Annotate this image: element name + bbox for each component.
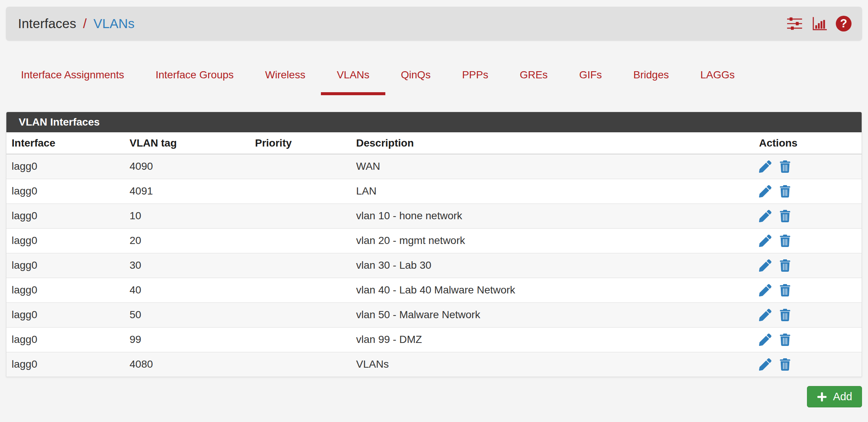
column-header-priority: Priority (250, 132, 351, 154)
cell-actions (754, 204, 862, 228)
delete-vlan-button[interactable] (779, 284, 791, 296)
table-row: lagg0 20 vlan 20 - mgmt network (6, 228, 862, 253)
cell-priority (250, 253, 351, 278)
delete-vlan-button[interactable] (779, 259, 791, 272)
cell-interface: lagg0 (6, 327, 124, 352)
column-header-actions: Actions (754, 132, 862, 154)
help-icon[interactable]: ? (836, 16, 852, 31)
cell-vlan-tag: 4090 (124, 154, 250, 179)
tab-bridges[interactable]: Bridges (617, 69, 685, 92)
breadcrumb-current-page[interactable]: VLANs (94, 16, 135, 31)
cell-description: vlan 50 - Malware Network (351, 302, 754, 327)
cell-vlan-tag: 50 (124, 302, 250, 327)
add-button-label: Add (833, 391, 852, 403)
cell-priority (250, 154, 351, 179)
pencil-icon (759, 334, 771, 346)
pencil-icon (759, 284, 771, 296)
pencil-icon (759, 259, 771, 272)
tab-wireless[interactable]: Wireless (249, 69, 321, 92)
edit-vlan-button[interactable] (759, 259, 771, 272)
column-header-vlan-tag: VLAN tag (124, 132, 250, 154)
table-row: lagg0 4080 VLANs (6, 352, 862, 377)
cell-description: vlan 40 - Lab 40 Malware Network (351, 278, 754, 302)
edit-vlan-button[interactable] (759, 235, 771, 247)
sliders-icon[interactable] (786, 16, 803, 31)
cell-description: vlan 20 - mgmt network (351, 228, 754, 253)
breadcrumb-section: Interfaces (18, 16, 76, 31)
cell-priority (250, 179, 351, 204)
cell-interface: lagg0 (6, 154, 124, 179)
edit-vlan-button[interactable] (759, 358, 771, 371)
pencil-icon (759, 235, 771, 247)
tab-interface-groups[interactable]: Interface Groups (140, 69, 249, 92)
cell-interface: lagg0 (6, 179, 124, 204)
table-row: lagg0 40 vlan 40 - Lab 40 Malware Networ… (6, 278, 862, 302)
tab-gifs[interactable]: GIFs (564, 69, 618, 92)
delete-vlan-button[interactable] (779, 185, 791, 198)
tab-vlans[interactable]: VLANs (321, 69, 385, 95)
table-actions: Add (6, 386, 862, 407)
trash-icon (779, 259, 791, 272)
edit-vlan-button[interactable] (759, 334, 771, 346)
column-header-interface: Interface (6, 132, 124, 154)
delete-vlan-button[interactable] (779, 309, 791, 321)
delete-vlan-button[interactable] (779, 358, 791, 371)
pencil-icon (759, 185, 771, 198)
pencil-icon (759, 309, 771, 321)
edit-vlan-button[interactable] (759, 309, 771, 321)
cell-description: vlan 10 - hone network (351, 204, 754, 228)
pencil-icon (759, 210, 771, 222)
cell-priority (250, 302, 351, 327)
edit-vlan-button[interactable] (759, 160, 771, 173)
tab-ppps[interactable]: PPPs (446, 69, 504, 92)
delete-vlan-button[interactable] (779, 334, 791, 346)
trash-icon (779, 284, 791, 296)
trash-icon (779, 160, 791, 173)
cell-actions (754, 154, 862, 179)
cell-description: VLANs (351, 352, 754, 377)
edit-vlan-button[interactable] (759, 284, 771, 296)
table-row: lagg0 10 vlan 10 - hone network (6, 204, 862, 228)
table-row: lagg0 99 vlan 99 - DMZ (6, 327, 862, 352)
breadcrumb-bar: Interfaces / VLANs ? (6, 7, 862, 40)
cell-actions (754, 179, 862, 204)
cell-priority (250, 204, 351, 228)
vlan-table: Interface VLAN tag Priority Description … (6, 132, 862, 377)
tab-interface-assignments[interactable]: Interface Assignments (5, 69, 140, 92)
cell-actions (754, 278, 862, 302)
column-header-description: Description (351, 132, 754, 154)
chart-bar-icon[interactable] (811, 16, 828, 31)
trash-icon (779, 334, 791, 346)
trash-icon (779, 185, 791, 198)
cell-actions (754, 327, 862, 352)
trash-icon (779, 235, 791, 247)
table-row: lagg0 30 vlan 30 - Lab 30 (6, 253, 862, 278)
cell-priority (250, 278, 351, 302)
tab-qinqs[interactable]: QinQs (385, 69, 446, 92)
edit-vlan-button[interactable] (759, 185, 771, 198)
page: Interfaces / VLANs ? Interface Assignmen… (0, 7, 868, 422)
edit-vlan-button[interactable] (759, 210, 771, 222)
delete-vlan-button[interactable] (779, 235, 791, 247)
cell-actions (754, 253, 862, 278)
tab-laggs[interactable]: LAGGs (685, 69, 750, 92)
cell-priority (250, 352, 351, 377)
cell-interface: lagg0 (6, 253, 124, 278)
cell-interface: lagg0 (6, 204, 124, 228)
table-row: lagg0 50 vlan 50 - Malware Network (6, 302, 862, 327)
panel-title: VLAN Interfaces (6, 112, 862, 132)
cell-vlan-tag: 20 (124, 228, 250, 253)
tab-gres[interactable]: GREs (504, 69, 564, 92)
cell-priority (250, 228, 351, 253)
cell-vlan-tag: 4091 (124, 179, 250, 204)
cell-description: WAN (351, 154, 754, 179)
cell-actions (754, 352, 862, 377)
cell-description: LAN (351, 179, 754, 204)
vlan-interfaces-panel: VLAN Interfaces Interface VLAN tag Prior… (6, 112, 862, 377)
delete-vlan-button[interactable] (779, 210, 791, 222)
cell-actions (754, 302, 862, 327)
delete-vlan-button[interactable] (779, 160, 791, 173)
header-icons: ? (786, 16, 852, 31)
add-vlan-button[interactable]: Add (807, 386, 862, 407)
tab-bar: Interface Assignments Interface Groups W… (5, 69, 862, 95)
